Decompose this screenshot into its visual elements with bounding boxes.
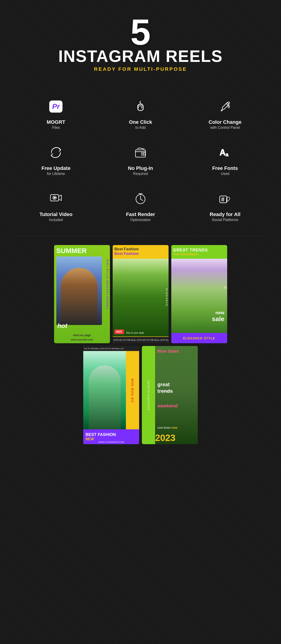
preview-card-best-fashion: Best Fashion Best Fashion ELEGANCE HOT t… [113, 245, 169, 343]
social-icon [216, 190, 234, 208]
card1-summer-text: SUMMER [56, 247, 87, 254]
card1-footer1: visit our page [54, 334, 110, 337]
card4-side-text: OW NOW NOW [131, 378, 134, 402]
video-icon [47, 190, 65, 208]
refresh-icon [47, 144, 65, 162]
card2-header: Best Fashion Best Fashion [114, 247, 167, 256]
feature-fast-render-title: Fast Render [126, 212, 155, 218]
card2-ticker-text: LETS GO TO THE MALL LETS GO TO THE MALL … [113, 339, 169, 341]
header-section: 5 INSTAGRAM REELS READY FOR MULTI-PURPOS… [0, 0, 281, 81]
card2-side-label: ELEGANCE [165, 260, 168, 335]
feature-free-fonts-subtitle: Used [221, 172, 229, 176]
card4-best-fashion: BEST FASHION [85, 432, 137, 437]
card3-sale-text: sale [212, 316, 225, 323]
feature-free-update-title: Free Update [41, 165, 70, 171]
card3-header-line2: THIS NOVEMBER [173, 252, 225, 256]
feature-social-title: Ready for All [210, 212, 240, 218]
preview-row-2: GO TO THE MALL LETS GO TO THE MALL LET O… [4, 346, 277, 444]
feature-tutorial-subtitle: Included [49, 218, 63, 222]
preview-card-summer: SUMMER STYLE THIS FASHION TRENDS hot vis… [54, 245, 110, 343]
card3-header-line1: GREAT TRENDS [173, 248, 225, 252]
feature-mogrt: Pr MOGRT Files [14, 90, 98, 136]
eyedropper-icon [216, 97, 234, 116]
card4-website: WWW.YOURSHOP.COM [83, 441, 139, 444]
feature-tutorial-title: Tutorial Video [39, 212, 72, 218]
feature-one-click-subtitle: to Add [135, 126, 146, 130]
card2-photo [113, 259, 169, 336]
font-icon: A a [216, 144, 234, 162]
mogrt-icon: Pr [47, 97, 65, 116]
svg-line-16 [222, 197, 222, 202]
svg-line-12 [140, 199, 143, 200]
card4-bottom-content: BEST FASHION NEW WWW.YOURSHOP.COM [83, 429, 139, 444]
card3-footer-bar: ELEGANCE STYLE [171, 333, 227, 343]
preview-card-great-trends: GREAT TRENDS THIS NOVEMBER new sale 55 E… [171, 245, 227, 343]
card1-side-label-3: TRENDS [106, 296, 109, 309]
card4-new-label: NEW [85, 437, 137, 441]
svg-rect-2 [135, 150, 146, 157]
card1-hot-text: hot [57, 322, 67, 330]
preview-row-1: SUMMER STYLE THIS FASHION TRENDS hot vis… [4, 245, 277, 343]
card3-new-text: new [212, 310, 225, 316]
feature-color-change-subtitle: with Control Panel [210, 126, 240, 130]
card2-line2: Best Fashion [114, 252, 167, 256]
card1-side-label-2: FASHION [106, 280, 109, 294]
card5-side-panel: ELEGANCE ELEGAN [142, 346, 155, 444]
card4-ticker-top: GO TO THE MALL LETS GO TO THE MALL LET [83, 346, 139, 351]
card1-side-label-1: STYLE THIS [106, 259, 109, 279]
feature-free-fonts-title: Free Fonts [212, 165, 238, 171]
cursor-icon [131, 97, 150, 116]
feature-free-update-subtitle: for Lifetime [47, 172, 65, 176]
card3-side-num: 55 [224, 286, 227, 289]
card5-side-text: ELEGANCE ELEGAN [147, 380, 150, 410]
svg-marker-9 [54, 197, 56, 199]
header-subtitle: READY FOR MULTI-PURPOSE [4, 66, 277, 72]
card4-ticker-text: GO TO THE MALL LETS GO TO THE MALL LET [83, 348, 124, 350]
feature-no-plugin: No Plug-In Required [98, 136, 183, 183]
card2-style-text: this is your style [126, 331, 144, 334]
svg-text:a: a [226, 152, 229, 157]
clock-icon [131, 190, 150, 208]
feature-one-click: One Click to Add [98, 90, 183, 136]
preview-card-now-sales: ELEGANCE ELEGAN Now Sales greattrends we… [142, 346, 198, 444]
section-divider [14, 236, 267, 236]
feature-mogrt-title: MOGRT [46, 119, 65, 125]
preview-section: SUMMER STYLE THIS FASHION TRENDS hot vis… [0, 238, 281, 452]
header-title: INSTAGRAM REELS [4, 48, 277, 64]
feature-tutorial: Tutorial Video Included [14, 183, 98, 229]
feature-free-update: Free Update for Lifetime [14, 136, 98, 183]
card2-elegance-text: ELEGANCE [165, 288, 168, 307]
svg-point-4 [143, 154, 144, 154]
card1-footer2: www.yoursite.com [54, 338, 110, 341]
feature-free-fonts: A a Free Fonts Used [183, 136, 267, 183]
header-number: 5 [4, 14, 277, 50]
card5-great-trends: greattrends [157, 382, 173, 394]
feature-social: Ready for All Social Platforms [183, 183, 267, 229]
card1-photo [56, 256, 102, 325]
card4-photo [83, 351, 126, 429]
feature-no-plugin-subtitle: Required [133, 172, 148, 176]
card4-side-panel: OW NOW NOW [126, 351, 139, 429]
card3-sale-area: new sale [212, 310, 225, 323]
card2-hot-badge: HOT [114, 330, 124, 334]
svg-line-17 [223, 197, 224, 202]
feature-color-change-title: Color Change [209, 119, 242, 125]
feature-one-click-title: One Click [129, 119, 152, 125]
card3-footer-text: ELEGANCE STYLE [183, 336, 215, 340]
preview-card-best-fashion-now: GO TO THE MALL LETS GO TO THE MALL LET O… [83, 346, 139, 444]
feature-no-plugin-title: No Plug-In [128, 165, 153, 171]
card2-line1: Best Fashion [114, 247, 167, 252]
card2-ticker: LETS GO TO THE MALL LETS GO TO THE MALL … [113, 337, 169, 343]
card5-weekend: weekend [157, 403, 178, 408]
feature-mogrt-subtitle: Files [52, 126, 60, 130]
wallet-icon [131, 144, 150, 162]
feature-color-change: Color Change with Control Panel [183, 90, 267, 136]
svg-text:A: A [220, 148, 226, 157]
feature-social-subtitle: Social Platforms [212, 218, 238, 222]
feature-fast-render-subtitle: Optimization [130, 218, 151, 222]
card5-year: 2023 [155, 433, 175, 443]
card5-cool-times: cool times now [157, 426, 177, 429]
features-section: Pr MOGRT Files One Click to Add [0, 81, 281, 234]
card5-now-sales: Now Sales [157, 349, 179, 354]
feature-fast-render: Fast Render Optimization [98, 183, 183, 229]
